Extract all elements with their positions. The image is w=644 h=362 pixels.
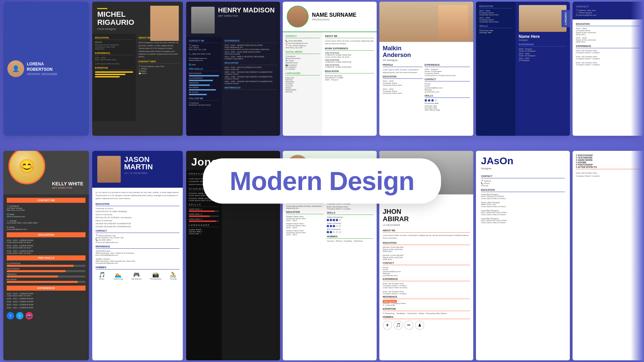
card2-columns: EDUCATION_ MAJOR BACHELOR OF SCIENCEUniv…	[92, 34, 183, 121]
card9-hobby-music: 🎵Music	[99, 272, 105, 280]
card5-edu-text: 2014 - 2016Company NameUniversity Name h…	[383, 80, 423, 94]
resume-card-8: 😊 KELLY WHITE ART DIRECTOR CONTACT ME 📍 …	[3, 151, 89, 360]
card11-edu-title: EDUCATION	[286, 211, 324, 214]
card12-role: UI DESIGNER	[383, 224, 470, 227]
card5-skill1-label: Photoshop ●●●	[425, 102, 470, 104]
card10-lang-title: LANGUAGES	[189, 224, 219, 227]
card11-skill1-dots	[327, 219, 373, 221]
card7-edu2: 2014 - 2016Name of the university2006-20…	[576, 37, 640, 43]
card9-higher1: HIGHER SECONDARY EXAMINATION	[96, 223, 179, 225]
card4-social-text: f Facebook@facebookname🐦 Twitter@twitter…	[285, 55, 320, 70]
card4-contact-title: CONTACT	[285, 35, 320, 38]
card3-ms: MS WORD	[189, 86, 219, 88]
card6-edu2: 2014 - 2016Company NameUniversity Name h…	[479, 17, 512, 23]
card3-ill-bar	[189, 80, 213, 81]
card5-contact-title: Contact	[425, 78, 470, 81]
card4-lang-title: LANGUAGES	[285, 72, 320, 75]
resume-card-13: JAsOn Designer CONTACT 📍 Address📞 Phone✉…	[476, 151, 570, 360]
card4-job1: JOB POSITIONCOMPANY NAME 2020/2020Lorem …	[325, 52, 374, 58]
card4-social-title: SOCIAL MEDIA	[285, 51, 320, 54]
card8-edu-label: EDUCATION	[7, 232, 86, 237]
card9-about-text: Hi, my name is to provide an easy-to-use…	[96, 191, 179, 200]
card8-pro-label: PRO SKILLS	[7, 255, 86, 260]
card4-col-left: CONTACT 📞 0100-999-8888✉ yourname@gmail.…	[283, 32, 322, 136]
card12-contact-title: CONTACT	[383, 262, 470, 265]
card13-contact-text: 📍 Address📞 Phone✉ Email	[481, 180, 565, 187]
card2-skill-bar2	[95, 74, 125, 75]
card10-skills-title: SKILLS	[189, 203, 219, 207]
card7-phone: 📞 Phone Number	[576, 11, 640, 14]
card11-skill3: MS Powerpoint	[327, 228, 373, 230]
card5-name: MalkinAnderson	[383, 45, 470, 59]
card8-exp2: 2010 - 2017 · LOREM IPSUM	[7, 298, 86, 300]
resume-card-9: JASONMARTIN UX / UI DESIGNER Hi, my name…	[92, 151, 183, 360]
card9-hobby-swim: 🏊Swimming	[114, 272, 123, 280]
card8-social: f t 📷	[7, 312, 86, 319]
card4-col-right: ABOUT ME Lorem ipsum dolor sit amet, con…	[322, 32, 377, 136]
card3-xl-bar	[189, 94, 207, 95]
card4-edu-text: MASTER DEGREEUNIVERSITY NAME2020 - Prese…	[325, 75, 374, 81]
card11-edu1: Degree Name HereUniversity Name Here2020…	[286, 216, 324, 222]
card13-role: Designer	[481, 167, 565, 170]
card6-layout: Education 2014 - 2016Company NameUnivers…	[476, 2, 570, 136]
card5-skill-photoshop	[425, 99, 470, 102]
card12-hobby-write: ✏	[404, 320, 414, 330]
card3-exp1: 2015 - 2019 · SENIOR WEB DEVELOPERVison …	[224, 44, 277, 50]
card9-photo	[97, 156, 121, 183]
card14-exp-title: // Photoshop// TextMaker// Hard Work// A…	[576, 154, 641, 169]
card12-hobbies-circles: ✈ 🎵 ✏ ♟	[383, 320, 470, 330]
card3-edu1: 2010 - 2015 · ENCYCLOPEDIA OF ARTSAsian …	[224, 66, 277, 70]
card4-about-title: ABOUT ME	[325, 35, 374, 38]
resume-card-14: // Photoshop// TextMaker// Hard Work// A…	[573, 151, 644, 360]
card6-contact-tab: CONTACT	[561, 10, 570, 27]
card3-role: ART DIRECTOR	[218, 14, 275, 17]
card5-skill4-label: After Effects ●●●	[425, 109, 470, 111]
card5-contact-text: PhoneEmailyouremail@live.comWebsiteyourd…	[425, 83, 470, 93]
card5-profile-text: Lorem ipsum dolor sit amet, consectetur …	[383, 68, 423, 74]
card5-content: MalkinAnderson UX Designer Profile Lorem…	[379, 42, 473, 114]
card4-role: PROFESSION	[312, 18, 356, 21]
card5-role: UX Designer	[383, 59, 470, 62]
card12-edu-title: EDUCATION	[383, 242, 470, 245]
card6-edu-title: Education	[479, 5, 512, 8]
card12-exp-title: EXPERIENCE	[383, 278, 470, 281]
card2-edu-degree: BACHELOR OF SCIENCEUniversity of New Yor…	[95, 44, 133, 50]
card3-col-right: EXPERIENCE 2015 - 2019 · SENIOR WEB DEVE…	[222, 37, 280, 136]
card6-content: CONTACT Education 2014 - 2016Company Nam…	[476, 2, 570, 136]
card7-contact-label: CONTACT	[576, 5, 640, 8]
card5-exp1: 2016 - PresentSenior UI DesignerCompany …	[425, 68, 470, 76]
card12-expertise-text: IT Photoshop · TextMaker · Hard Work · A…	[383, 312, 470, 314]
card3-contact-text: 📍 Address123, Street,New York, NY 1730📞 …	[189, 44, 219, 66]
card9-hobby-photo: 📸Photography	[150, 272, 161, 280]
card12-about-text: Lorem ipsum dolor sit amet, consectetur …	[383, 234, 470, 240]
card13-header: JAsOn Designer	[476, 151, 570, 175]
card12-content: JHONABIRAR UI DESIGNER ABOUT ME Lorem ip…	[379, 194, 473, 333]
card9-ref1: JOHN MICHAELWeb developer, John J Warner…	[96, 250, 179, 264]
card5-profile-title: Profile	[383, 64, 423, 67]
card12-hobby-music: 🎵	[393, 320, 403, 330]
card10-skill2: HARD SKILL 2	[189, 213, 219, 217]
card7-header: CONTACT 📍 Address, New York 📞 Phone Numb…	[573, 2, 643, 19]
card8-tw: t	[16, 312, 23, 319]
card7-exp-title: EXPERIENCE	[576, 45, 640, 48]
card8-exp-label: EXPERIENCE	[7, 286, 86, 291]
card12-hobby-travel: ✈	[383, 320, 392, 330]
card9-edu-n1: Name of university	[96, 214, 179, 216]
card8-skill1: ILLUSTRATOR	[7, 262, 86, 267]
card3-photo	[191, 7, 215, 34]
card2-photo	[150, 6, 179, 41]
card3-ps: PHOTOSHOP	[189, 72, 219, 74]
card8-edu2: 2015 - 2020 · LOREM IPSUMLorem ipsum dol…	[7, 245, 86, 249]
card12-hobbies-title: HOBBIES	[383, 316, 470, 319]
card2-edu-title: EDUCATION_	[95, 37, 133, 40]
card10-skill1: HARD SKILL 1	[189, 208, 219, 212]
card10-skill3: HARD SKILL 3	[189, 218, 219, 222]
card13-body: CONTACT 📍 Address📞 Phone✉ Email EDUCATIO…	[476, 175, 570, 230]
card6-exp3: 2011 - 2014UI Designer	[519, 57, 567, 61]
card11-edu3: Degree Name HereUniversity Name Here2020…	[286, 230, 324, 236]
card8-skill2: PHOTOSHOP	[7, 268, 86, 272]
card2-aboutme-text: UI/UX Designers create the plan interfac…	[139, 41, 180, 58]
card4-name: NAME SURNAME	[312, 12, 356, 18]
card9-edu-title: EDUCATION	[96, 203, 179, 206]
card6-photo	[519, 5, 567, 32]
